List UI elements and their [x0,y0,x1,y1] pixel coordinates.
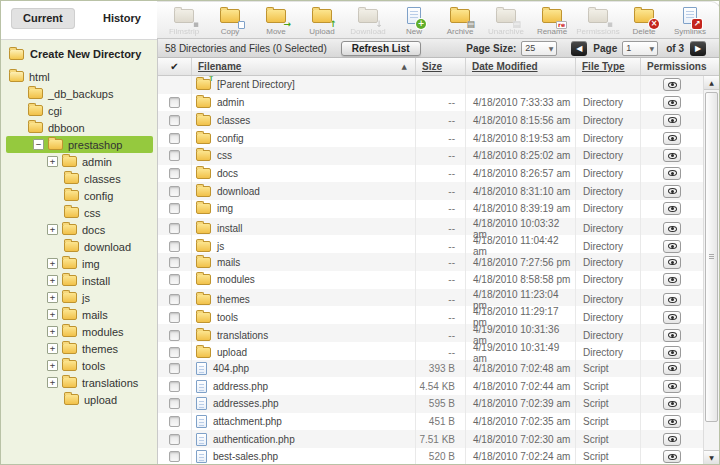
row-checkbox[interactable] [169,398,180,409]
column-header-file-type[interactable]: File Type [575,58,640,75]
row-checkbox[interactable] [169,115,180,126]
tree-item--db-backups[interactable]: _db_backups [1,85,157,102]
row-checkbox[interactable] [169,150,180,161]
vertical-scrollbar[interactable]: ▲ ▼ [703,76,719,464]
row-checkbox[interactable] [169,434,180,445]
expand-icon[interactable]: + [47,156,58,167]
expand-icon[interactable]: + [47,360,58,371]
filename-cell[interactable]: authentication.php [191,430,415,448]
tree-item-download[interactable]: download [1,238,157,255]
tree-item-js[interactable]: +js [1,289,157,306]
expand-icon[interactable]: + [47,224,58,235]
row-checkbox[interactable] [169,294,180,305]
column-header-size[interactable]: Size [415,58,465,75]
filename-cell[interactable]: 404.php [191,360,415,378]
collapse-icon[interactable]: − [33,139,44,150]
view-permissions-button[interactable] [663,202,681,215]
expand-icon[interactable]: + [47,343,58,354]
row-checkbox[interactable] [169,381,180,392]
view-permissions-button[interactable] [663,397,681,410]
view-permissions-button[interactable] [663,256,681,269]
view-permissions-button[interactable] [663,132,681,145]
size-header-label[interactable]: Size [422,61,442,72]
page-select[interactable]: 1 ▼ [622,41,658,56]
date-header-label[interactable]: Date Modified [472,61,538,72]
page-size-select[interactable]: 25 ▼ [521,41,557,56]
view-permissions-button[interactable] [663,346,681,359]
tab-current[interactable]: Current [11,8,75,29]
view-permissions-button[interactable] [663,415,681,428]
toolbar-move-button[interactable]: →Move [253,6,299,36]
expand-icon[interactable]: + [47,377,58,388]
view-permissions-button[interactable] [663,78,681,91]
expand-icon[interactable]: + [47,292,58,303]
tree-item-prestashop[interactable]: −prestashop [6,136,153,153]
refresh-list-button[interactable]: Refresh List [341,41,421,56]
view-permissions-button[interactable] [663,96,681,109]
tree-item-mails[interactable]: +mails [1,306,157,323]
tree-item-translations[interactable]: +translations [1,374,157,391]
view-permissions-button[interactable] [663,149,681,162]
toolbar-copy-button[interactable]: Copy [207,6,253,36]
filename-cell[interactable]: addresses.php [191,395,415,413]
row-checkbox[interactable] [169,257,180,268]
filename-cell[interactable]: classes [191,111,415,129]
tab-history[interactable]: History [91,8,153,29]
row-checkbox[interactable] [169,97,180,108]
scrollbar-thumb[interactable] [705,92,718,422]
view-permissions-button[interactable] [663,222,681,235]
toolbar-upload-button[interactable]: ↑Upload [299,6,345,36]
view-permissions-button[interactable] [663,185,681,198]
view-permissions-button[interactable] [663,433,681,446]
row-checkbox[interactable] [169,223,180,234]
tree-item-modules[interactable]: +modules [1,323,157,340]
view-permissions-button[interactable] [663,380,681,393]
tree-item-themes[interactable]: +themes [1,340,157,357]
filename-cell[interactable]: css [191,147,415,165]
tree-item-cgi[interactable]: cgi [1,102,157,119]
tree-item-img[interactable]: +img [1,255,157,272]
tree-item-config[interactable]: config [1,187,157,204]
tree-item-docs[interactable]: +docs [1,221,157,238]
filename-cell[interactable]: download [191,182,415,200]
select-all-check-icon[interactable]: ✔ [158,61,191,72]
filename-cell[interactable]: mails [191,253,415,271]
column-header-filename[interactable]: Filename ▲ [191,58,415,75]
next-page-button[interactable]: ▶ [690,41,706,56]
filename-cell[interactable]: address.php [191,377,415,395]
view-permissions-button[interactable] [663,114,681,127]
toolbar-archive-button[interactable]: ▤Archive [437,6,483,36]
filename-header-label[interactable]: Filename [198,61,241,72]
prev-page-button[interactable]: ◀ [571,41,587,56]
row-checkbox[interactable] [169,312,180,323]
view-permissions-button[interactable] [663,293,681,306]
row-checkbox[interactable] [169,347,180,358]
column-header-date-modified[interactable]: Date Modified [465,58,575,75]
row-checkbox[interactable] [169,186,180,197]
filename-cell[interactable]: ↑[Parent Directory] [191,76,415,94]
filename-cell[interactable]: admin [191,94,415,112]
row-checkbox[interactable] [169,330,180,341]
row-checkbox[interactable] [169,168,180,179]
expand-icon[interactable]: + [47,258,58,269]
tree-item-html[interactable]: html [1,68,157,85]
toolbar-rename-button[interactable]: reRename [529,6,575,36]
scroll-down-icon[interactable]: ▼ [704,450,719,464]
tree-item-admin[interactable]: +admin [1,153,157,170]
filename-cell[interactable]: docs [191,165,415,183]
expand-icon[interactable]: + [47,326,58,337]
scroll-up-icon[interactable]: ▲ [704,76,719,90]
filename-cell[interactable]: img [191,200,415,218]
row-checkbox[interactable] [169,241,180,252]
tree-item-upload[interactable]: upload [1,391,157,408]
type-header-label[interactable]: File Type [582,61,625,72]
view-permissions-button[interactable] [663,273,681,286]
expand-icon[interactable]: + [47,275,58,286]
toolbar-symlinks-button[interactable]: ↗Symlinks [667,6,713,36]
expand-icon[interactable]: + [47,309,58,320]
view-permissions-button[interactable] [663,311,681,324]
view-permissions-button[interactable] [663,329,681,342]
row-checkbox[interactable] [169,133,180,144]
row-checkbox[interactable] [169,363,180,374]
view-permissions-button[interactable] [663,240,681,253]
